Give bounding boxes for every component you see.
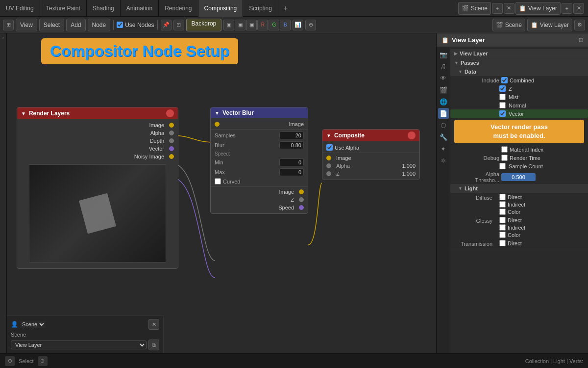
pin-button[interactable]: 📌: [161, 20, 172, 30]
vb-collapse-arrow[interactable]: ▼: [215, 110, 220, 116]
render-time-label[interactable]: Render Time: [501, 155, 540, 161]
node-collapse-arrow[interactable]: ▼: [21, 111, 26, 116]
z-checkbox[interactable]: [499, 85, 506, 92]
glossy-indirect-label[interactable]: Indirect: [499, 224, 525, 231]
glossy-indirect-checkbox[interactable]: [499, 224, 506, 231]
glossy-direct-checkbox[interactable]: [499, 217, 506, 223]
editor-type-button[interactable]: ⊞: [3, 20, 14, 30]
diffuse-color-label[interactable]: Color: [499, 209, 525, 215]
toolbar-settings-button[interactable]: ⚙: [574, 20, 585, 30]
props-icon-modifier[interactable]: 🔧: [438, 131, 449, 142]
toolbar-viewlayer-selector[interactable]: 📋 View Layer: [527, 19, 572, 31]
node-menu-button[interactable]: Node: [88, 19, 111, 31]
frame-button[interactable]: ⊡: [173, 20, 184, 30]
diffuse-indirect-checkbox[interactable]: [499, 201, 506, 208]
scene-add-button[interactable]: +: [492, 3, 503, 14]
diffuse-indirect-label[interactable]: Indirect: [499, 201, 525, 208]
collapse-left-button[interactable]: ‹: [2, 35, 4, 41]
props-icon-world[interactable]: 🌐: [438, 96, 449, 107]
viewlayer-remove-button[interactable]: ✕: [573, 3, 584, 14]
tab-scripting[interactable]: Scripting: [243, 0, 278, 17]
vl-header-expand[interactable]: ⊞: [579, 37, 583, 43]
viewlayer-bottom-copy-button[interactable]: ⧉: [148, 340, 159, 350]
glossy-color-label[interactable]: Color: [499, 232, 525, 238]
scene-selector[interactable]: 🎬 Scene: [458, 2, 491, 15]
material-index-label[interactable]: Material Index: [501, 146, 543, 153]
scene-bottom-close-button[interactable]: ✕: [148, 319, 159, 330]
view-menu-button[interactable]: View: [16, 19, 37, 31]
scene-remove-button[interactable]: ✕: [504, 3, 514, 14]
channel-rgb-button[interactable]: ▣: [235, 20, 245, 30]
section-data: ▼ Data Include Combined: [450, 67, 588, 184]
props-icon-output[interactable]: 🖨: [438, 61, 449, 72]
props-icon-render[interactable]: 📷: [438, 49, 449, 60]
material-index-checkbox[interactable]: [501, 146, 508, 153]
alpha-threshold-input[interactable]: 0.500: [501, 173, 536, 181]
mist-checkbox[interactable]: [499, 94, 506, 100]
diffuse-color-checkbox[interactable]: [499, 209, 506, 215]
tab-rendering[interactable]: Rendering: [159, 0, 198, 17]
vector-checkbox[interactable]: [499, 110, 506, 117]
scope-button[interactable]: ⊕: [305, 20, 316, 30]
vb-min-input[interactable]: 0: [279, 158, 304, 166]
toolbar-scene-selector[interactable]: 🎬 Scene: [492, 19, 525, 31]
comp-collapse-arrow[interactable]: ▼: [326, 133, 331, 138]
mist-checkbox-row: Mist: [450, 93, 588, 101]
vb-z-output-row: Z: [211, 196, 308, 204]
glossy-direct-label[interactable]: Direct: [499, 217, 525, 223]
props-icon-scene[interactable]: 🎬: [438, 84, 449, 95]
channel-alpha-button[interactable]: ▣: [246, 20, 257, 30]
tab-shading[interactable]: Shading: [87, 0, 121, 17]
props-icon-object[interactable]: ⬡: [438, 120, 449, 131]
transmission-direct-label[interactable]: Direct: [499, 240, 522, 246]
props-icon-particles[interactable]: ✦: [438, 143, 449, 154]
normal-checkbox[interactable]: [499, 102, 506, 108]
channel-r-button[interactable]: R: [257, 20, 268, 30]
channel-buttons: ▣ ▣ ▣ R G B: [223, 20, 291, 30]
diffuse-direct-checkbox[interactable]: [499, 194, 506, 200]
diffuse-direct-label[interactable]: Direct: [499, 194, 525, 200]
glossy-color-checkbox[interactable]: [499, 232, 506, 238]
combined-checkbox-label[interactable]: Combined: [501, 77, 534, 83]
add-tab-button[interactable]: +: [278, 4, 293, 13]
select-menu-button[interactable]: Select: [39, 19, 64, 31]
viewlayer-selector[interactable]: 📋 View Layer: [515, 2, 561, 15]
channel-g-button[interactable]: G: [269, 20, 279, 30]
sample-count-checkbox[interactable]: [499, 163, 506, 169]
channel-b-button[interactable]: B: [280, 20, 291, 30]
section-passes-header[interactable]: ▼ Passes: [450, 58, 588, 67]
vb-max-input[interactable]: 0: [279, 168, 304, 176]
use-nodes-toggle[interactable]: Use Nodes: [117, 22, 154, 28]
render-layers-node[interactable]: ▼ Render Layers Image Alpha Depth: [17, 107, 178, 269]
comp-use-alpha-checkbox[interactable]: [326, 144, 333, 151]
tab-animation[interactable]: Animation: [121, 0, 159, 17]
props-icon-layer[interactable]: 📄: [438, 108, 449, 119]
viewlayer-add-button[interactable]: +: [562, 3, 572, 14]
viewlayer-bottom-select[interactable]: View Layer: [11, 341, 147, 349]
vb-blur-input[interactable]: 0.80: [279, 141, 304, 149]
scene-bottom-select[interactable]: Scene: [20, 321, 46, 328]
combined-checkbox[interactable]: [501, 77, 508, 83]
section-data-header[interactable]: ▼ Data: [450, 67, 588, 76]
composite-node[interactable]: ▼ Composite Use Alpha Image Alpha 1.000: [322, 129, 420, 180]
render-time-checkbox[interactable]: [501, 155, 508, 161]
histogram-button[interactable]: 📊: [293, 20, 303, 30]
sample-count-label: Sample Count: [509, 163, 543, 169]
transmission-direct-checkbox[interactable]: [499, 240, 506, 246]
tab-texture-paint[interactable]: Texture Paint: [40, 0, 87, 17]
props-icon-physics[interactable]: ⚛: [438, 155, 449, 166]
tab-uv-editing[interactable]: UV Editing: [0, 0, 40, 17]
top-tab-bar: UV Editing Texture Paint Shading Animati…: [0, 0, 588, 17]
node-canvas[interactable]: Compositor Node Setup ▼ Render Layers Im…: [7, 33, 436, 353]
section-view-layer-header[interactable]: ▶ View Layer: [450, 49, 588, 58]
vector-blur-header: ▼ Vector Blur: [211, 107, 308, 118]
section-light-header[interactable]: ▼ Light: [450, 184, 588, 193]
backdrop-button[interactable]: Backdrop: [186, 19, 222, 31]
tab-compositing[interactable]: Compositing: [198, 0, 244, 17]
vector-blur-node[interactable]: ▼ Vector Blur Image Samples 20 Blur 0.80: [210, 107, 308, 214]
channel-auto-button[interactable]: ▣: [223, 20, 234, 30]
add-menu-button[interactable]: Add: [66, 19, 85, 31]
vb-samples-input[interactable]: 20: [279, 131, 304, 139]
props-icon-view[interactable]: 👁: [438, 73, 449, 83]
vb-curved-checkbox[interactable]: [215, 178, 221, 184]
